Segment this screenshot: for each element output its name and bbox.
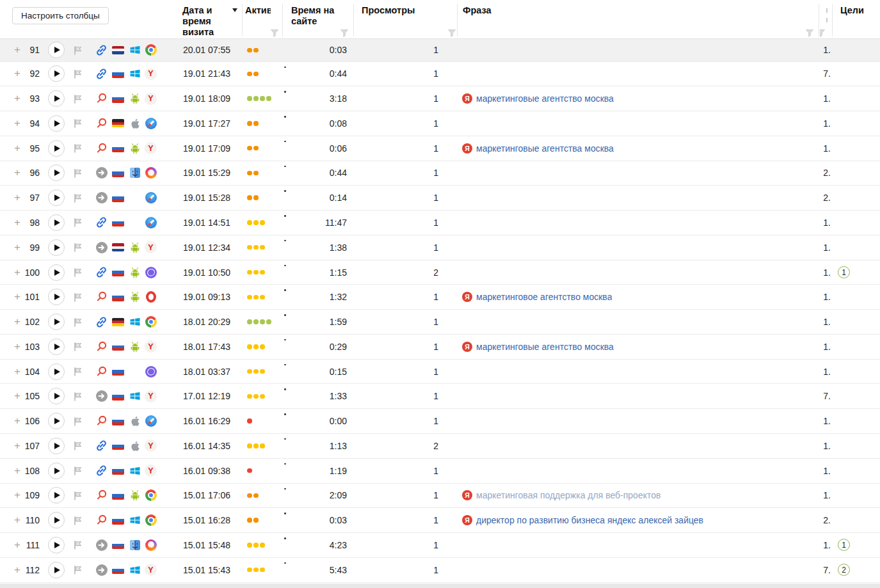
yandex-icon: Я — [462, 342, 472, 352]
flag-marker-icon[interactable] — [73, 218, 83, 227]
visit-number: 110 — [22, 515, 40, 525]
pageviews: 1 — [347, 45, 438, 55]
flag-marker-icon[interactable] — [73, 342, 83, 351]
play-icon — [54, 369, 60, 375]
play-visit-button[interactable] — [48, 239, 65, 256]
android-icon — [129, 143, 141, 154]
pageviews: 1 — [347, 193, 438, 203]
flag-marker-icon[interactable] — [73, 69, 83, 79]
play-visit-button[interactable] — [48, 338, 65, 355]
expand-row-button[interactable]: + — [13, 142, 22, 155]
expand-row-button[interactable]: + — [13, 290, 22, 303]
flag-marker-icon[interactable] — [73, 317, 83, 327]
search-phrase-link[interactable]: маркетинговая поддержка для веб-проектов — [476, 490, 660, 500]
expand-row-button[interactable]: + — [13, 465, 22, 477]
row-dot-marker — [284, 67, 286, 68]
expand-row-button[interactable]: + — [13, 489, 22, 502]
expand-row-button[interactable]: + — [13, 67, 22, 80]
search-phrase-link[interactable]: маркетинговые агентство москва — [476, 342, 614, 352]
flag-marker-icon[interactable] — [73, 94, 83, 104]
expand-row-button[interactable]: + — [13, 266, 22, 279]
flag-marker-icon[interactable] — [73, 193, 83, 203]
play-visit-button[interactable] — [48, 363, 65, 380]
expand-row-button[interactable]: + — [13, 166, 22, 179]
search-phrase-link[interactable]: маркетинговые агентство москва — [476, 93, 614, 104]
configure-columns-button[interactable]: Настроить столбцы — [12, 7, 109, 24]
search-phrase-link[interactable]: маркетинговое агентство москва — [476, 292, 612, 302]
flag-marker-icon[interactable] — [73, 491, 83, 500]
flag-marker-icon[interactable] — [73, 143, 83, 153]
flag-marker-icon[interactable] — [73, 466, 83, 475]
filter-funnel-icon[interactable] — [820, 29, 826, 38]
flag-marker-icon[interactable] — [73, 292, 83, 302]
expand-row-button[interactable]: + — [13, 241, 22, 254]
play-visit-button[interactable] — [48, 388, 65, 404]
play-visit-button[interactable] — [48, 537, 65, 553]
expand-row-button[interactable]: + — [13, 365, 22, 378]
play-icon — [54, 70, 60, 77]
play-visit-button[interactable] — [48, 189, 65, 206]
flag-marker-icon[interactable] — [73, 118, 83, 128]
play-visit-button[interactable] — [48, 164, 65, 181]
play-visit-button[interactable] — [48, 512, 65, 528]
pageviews: 1 — [347, 565, 438, 575]
flag-marker-icon[interactable] — [73, 242, 83, 252]
column-header-activity[interactable]: Актив — [245, 5, 271, 16]
pageviews: 1 — [347, 168, 438, 178]
expand-row-button[interactable]: + — [13, 44, 22, 56]
column-header-time-on-site[interactable]: Время на сайте — [291, 5, 349, 27]
play-visit-button[interactable] — [48, 264, 65, 281]
play-visit-button[interactable] — [48, 487, 65, 504]
play-visit-button[interactable] — [48, 314, 65, 330]
filter-funnel-icon[interactable] — [340, 29, 349, 38]
expand-row-button[interactable]: + — [13, 514, 22, 527]
flag-marker-icon[interactable] — [73, 441, 83, 450]
expand-row-button[interactable]: + — [13, 92, 22, 105]
column-header-goals[interactable]: Цели — [840, 5, 879, 16]
play-visit-button[interactable] — [48, 42, 65, 58]
column-header-views[interactable]: Просмотры — [362, 5, 438, 16]
column-header-date[interactable]: Дата и время визита — [182, 5, 232, 38]
flag-marker-icon[interactable] — [73, 540, 83, 550]
flag-marker-icon[interactable] — [73, 417, 83, 426]
expand-row-button[interactable]: + — [13, 216, 22, 229]
bottom-scroll-strip[interactable] — [0, 584, 880, 588]
flag-marker-icon[interactable] — [73, 516, 83, 525]
search-phrase-link[interactable]: директор по развитию бизнеса яндекс алек… — [476, 515, 703, 525]
expand-row-button[interactable]: + — [13, 539, 22, 552]
play-visit-button[interactable] — [48, 115, 65, 132]
play-visit-button[interactable] — [48, 214, 65, 231]
expand-row-button[interactable]: + — [13, 340, 22, 353]
play-visit-button[interactable] — [48, 562, 65, 578]
expand-row-button[interactable]: + — [13, 315, 22, 328]
play-visit-button[interactable] — [48, 90, 65, 107]
play-visit-button[interactable] — [48, 65, 65, 82]
flag-marker-icon[interactable] — [73, 367, 83, 376]
expand-row-button[interactable]: + — [13, 415, 22, 427]
filter-funnel-icon[interactable] — [447, 29, 456, 38]
play-visit-button[interactable] — [48, 140, 65, 157]
expand-row-button[interactable]: + — [13, 440, 22, 452]
expand-row-button[interactable]: + — [13, 390, 22, 402]
column-header-phrase[interactable]: Фраза — [463, 5, 591, 16]
flag-marker-icon[interactable] — [73, 392, 83, 401]
flag-marker-icon[interactable] — [73, 168, 83, 178]
filter-funnel-icon[interactable] — [805, 29, 814, 38]
sort-desc-icon[interactable] — [232, 8, 237, 12]
expand-row-button[interactable]: + — [13, 564, 22, 576]
row-dot-marker — [284, 314, 286, 316]
visit-datetime: 16.01 14:35 — [183, 441, 246, 451]
play-visit-button[interactable] — [48, 413, 65, 429]
play-visit-button[interactable] — [48, 438, 65, 454]
yandex-icon: Я — [462, 292, 472, 302]
play-visit-button[interactable] — [48, 289, 65, 305]
flag-marker-icon[interactable] — [73, 267, 83, 277]
play-visit-button[interactable] — [48, 463, 65, 479]
filter-funnel-icon[interactable] — [270, 29, 279, 38]
expand-row-button[interactable]: + — [13, 191, 22, 204]
truncated-column-value: 1. — [819, 93, 833, 104]
flag-marker-icon[interactable] — [73, 45, 83, 55]
search-phrase-link[interactable]: маркетинговые агентства москва — [476, 143, 614, 154]
flag-marker-icon[interactable] — [73, 565, 83, 575]
expand-row-button[interactable]: + — [13, 117, 22, 130]
